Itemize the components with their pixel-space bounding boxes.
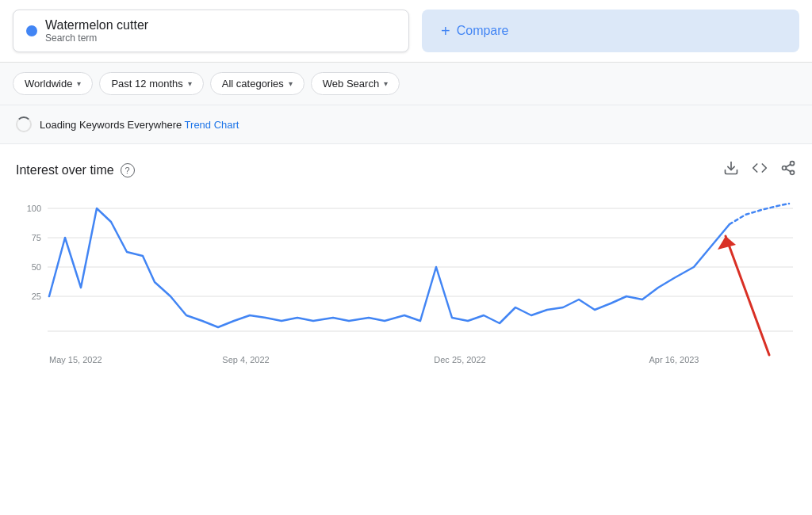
chart-section: Interest over time ? 100 75: [0, 144, 812, 383]
svg-line-4: [786, 169, 791, 171]
loading-bar: Loading Keywords Everywhere Trend Chart: [0, 105, 812, 144]
svg-line-5: [786, 164, 791, 166]
download-icon[interactable]: [723, 160, 739, 180]
search-term-box: Watermelon cutter Search term: [13, 10, 409, 52]
filter-websearch[interactable]: Web Search ▾: [311, 72, 400, 95]
svg-text:50: 50: [32, 262, 41, 272]
trend-chart: 100 75 50 25 May 15, 2022 Sep 4, 2022 De…: [16, 193, 796, 375]
svg-line-19: [726, 236, 769, 355]
search-term-label: Search term: [45, 32, 148, 44]
filter-allcategories[interactable]: All categories ▾: [210, 72, 304, 95]
help-icon[interactable]: ?: [121, 163, 135, 177]
svg-text:Dec 25, 2022: Dec 25, 2022: [434, 355, 485, 364]
chart-title-group: Interest over time ?: [16, 163, 135, 177]
chevron-down-icon: ▾: [77, 79, 81, 88]
filter-worldwide[interactable]: Worldwide ▾: [13, 72, 93, 95]
share-icon[interactable]: [780, 160, 796, 180]
chart-actions: [723, 160, 796, 180]
search-term-name: Watermelon cutter: [45, 18, 148, 32]
chevron-down-icon: ▾: [188, 79, 192, 88]
term-info: Watermelon cutter Search term: [45, 18, 148, 44]
chevron-down-icon: ▾: [289, 79, 293, 88]
compare-button[interactable]: + Compare: [422, 10, 799, 52]
filter-allcategories-label: All categories: [222, 78, 284, 90]
chevron-down-icon: ▾: [384, 79, 388, 88]
filter-past12months[interactable]: Past 12 months ▾: [99, 72, 203, 95]
svg-marker-20: [718, 236, 736, 250]
loading-spinner: [16, 116, 32, 132]
svg-text:25: 25: [32, 292, 41, 301]
loading-text-prefix: Loading Keywords Everywhere: [40, 119, 185, 131]
compare-plus-icon: +: [441, 22, 450, 40]
loading-text-highlight: Trend Chart: [185, 119, 239, 131]
chart-title: Interest over time: [16, 163, 114, 177]
svg-text:Apr 16, 2023: Apr 16, 2023: [649, 355, 699, 364]
svg-text:Sep 4, 2022: Sep 4, 2022: [222, 355, 269, 364]
filter-websearch-label: Web Search: [323, 78, 379, 90]
compare-label: Compare: [457, 24, 509, 38]
filter-bar: Worldwide ▾ Past 12 months ▾ All categor…: [0, 63, 812, 105]
term-dot: [26, 25, 37, 36]
svg-text:100: 100: [27, 204, 41, 213]
chart-header: Interest over time ?: [16, 160, 796, 180]
filter-past12months-label: Past 12 months: [111, 78, 182, 90]
loading-text: Loading Keywords Everywhere Trend Chart: [40, 119, 239, 131]
chart-container: 100 75 50 25 May 15, 2022 Sep 4, 2022 De…: [16, 193, 796, 375]
filter-worldwide-label: Worldwide: [25, 78, 72, 90]
svg-text:75: 75: [32, 233, 41, 242]
svg-text:May 15, 2022: May 15, 2022: [49, 355, 102, 364]
top-bar: Watermelon cutter Search term + Compare: [0, 0, 812, 63]
embed-icon[interactable]: [752, 160, 768, 180]
